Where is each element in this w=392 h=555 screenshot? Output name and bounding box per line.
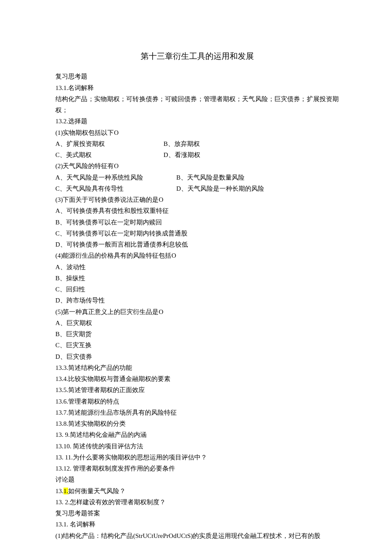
disc-1-rest: 如何衡量天气风险？ bbox=[68, 488, 126, 494]
q2-opt-d: D、天气风险是一种长期的风险 bbox=[176, 185, 264, 192]
q4-stem: (4)能源衍生品的价格具有的风险特征包括O bbox=[55, 250, 339, 261]
discussion-heading: 讨论题 bbox=[55, 474, 339, 485]
q3-opt-b: B、可转换债券可以在一定时期内赎回 bbox=[55, 217, 339, 228]
q1-opt-a: A、扩展投资期权 bbox=[55, 138, 162, 149]
section-13-7: 13.7.简述能源衍生品市场所具有的风险特征 bbox=[55, 407, 339, 418]
section-13-4: 13.4.比较实物期权与普通金融期权的要素 bbox=[55, 373, 339, 384]
disc-1-prefix: 13. bbox=[55, 488, 63, 494]
q4-opt-a: A、波动性 bbox=[55, 262, 339, 273]
section-13-2-head: 13.2.选择题 bbox=[55, 116, 339, 127]
q1-row-ab: A、扩展投资期权 B、放弃期权 bbox=[55, 138, 339, 149]
discussion-2: 13. 2.怎样建设有效的管理者期权制度？ bbox=[55, 497, 339, 508]
section-13-12: 13.12. 管理者期权制度发挥作用的必要条件 bbox=[55, 463, 339, 474]
q2-opt-b: B、天气风险是数量风险 bbox=[176, 174, 245, 181]
q3-stem: (3)下面关于可转换债券说法正确的是O bbox=[55, 194, 339, 205]
q2-row-cd: C、天气风险具有传导性 D、天气风险是一种长期的风险 bbox=[55, 183, 339, 194]
q4-opt-b: B、操纵性 bbox=[55, 273, 339, 284]
q3-opt-c: C、可转换债券可以在一定时期内转换成普通股 bbox=[55, 228, 339, 239]
section-13-1-body: 结构化产品；实物期权；可转换债券；可赎回债券；管理者期权；天气风险；巨灾债券；扩… bbox=[55, 93, 339, 116]
q1-opt-c: C、美式期权 bbox=[55, 149, 162, 160]
answers-heading: 复习思考题答案 bbox=[55, 508, 339, 519]
section-13-5: 13.5.简述管理者期权的正面效应 bbox=[55, 384, 339, 395]
chapter-title: 第十三章衍生工具的运用和发展 bbox=[55, 49, 339, 63]
discussion-1: 13.1.如何衡量天气风险？ bbox=[55, 485, 339, 497]
q1-opt-b: B、放弃期权 bbox=[164, 140, 200, 147]
q1-row-cd: C、美式期权 D、看涨期权 bbox=[55, 149, 339, 160]
section-13-6: 13.6.管理者期权的特点 bbox=[55, 396, 339, 407]
q5-opt-c: C、巨灾互换 bbox=[55, 340, 339, 351]
q1-opt-d: D、看涨期权 bbox=[164, 151, 200, 158]
q5-opt-a: A、巨灾期权 bbox=[55, 317, 339, 328]
section-13-1-head: 13.1.名词解释 bbox=[55, 82, 339, 93]
q4-opt-c: C、回归性 bbox=[55, 284, 339, 295]
answers-13-1-head: 13.1. 名词解释 bbox=[55, 519, 339, 530]
q2-stem: (2)天气风险的特征有O bbox=[55, 160, 339, 171]
section-13-8: 13.8.简述实物期权的分类 bbox=[55, 418, 339, 429]
q2-row-ab: A、天气风险是一种系统性风险 B、天气风险是数量风险 bbox=[55, 172, 339, 183]
q5-opt-b: B、巨灾期货 bbox=[55, 328, 339, 340]
document-page: 第十三章衍生工具的运用和发展 复习思考题 13.1.名词解释 结构化产品；实物期… bbox=[0, 0, 392, 555]
q2-opt-c: C、天气风险具有传导性 bbox=[55, 183, 175, 194]
q2-opt-a: A、天气风险是一种系统性风险 bbox=[55, 172, 175, 183]
q4-opt-d: D、跨市场传导性 bbox=[55, 295, 339, 306]
q1-stem: (1)实物期权包括以下O bbox=[55, 127, 339, 138]
answer-1: (1)结构化产品：结构化产品(StrUCtUrePrOdUCtS)的实质是运用现… bbox=[55, 530, 339, 541]
q3-opt-d: D、可转换债券一般而言相比普通债券利息较低 bbox=[55, 239, 339, 250]
review-heading: 复习思考题 bbox=[55, 71, 339, 82]
section-13-3: 13.3.简述结构化产品的功能 bbox=[55, 362, 339, 373]
disc-1-highlight: 1. bbox=[63, 488, 68, 494]
q5-stem: (5)第一种真正意义上的巨灾衍生品是O bbox=[55, 306, 339, 317]
section-13-10: 13.10. 简述传统的项目评估方法 bbox=[55, 441, 339, 452]
q3-opt-a: A、可转换债券具有债性和股性双重特征 bbox=[55, 205, 339, 216]
section-13-11: 13. 11.为什么要将实物期权的思想运用的项目评估中？ bbox=[55, 452, 339, 463]
q5-opt-d: D、巨灾债券 bbox=[55, 351, 339, 362]
section-13-9: 13. 9.简述结构化金融产品的内涵 bbox=[55, 429, 339, 440]
